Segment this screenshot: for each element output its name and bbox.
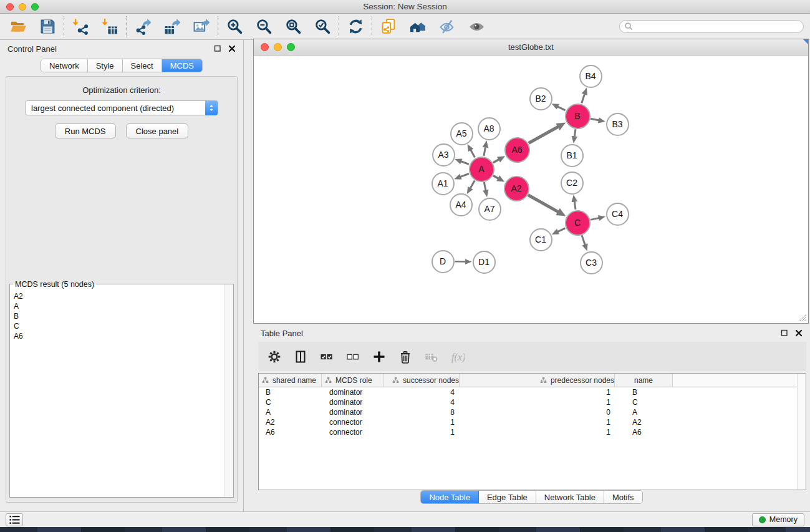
graph-node-A8[interactable]: A8 <box>478 117 501 140</box>
graph-edge-C-C4[interactable] <box>591 218 599 220</box>
mcds-result-item[interactable]: B <box>10 311 233 321</box>
table-cell[interactable]: B <box>259 387 322 397</box>
search-input[interactable] <box>634 21 803 32</box>
run-mcds-button[interactable]: Run MCDS <box>55 123 116 138</box>
tab-node-table[interactable]: Node Table <box>421 491 479 503</box>
table-cell[interactable]: A6 <box>259 427 322 437</box>
table-cell[interactable]: 1 <box>384 427 460 437</box>
graph-node-A5[interactable]: A5 <box>450 122 473 145</box>
zoom-fit-button[interactable] <box>282 16 304 37</box>
graph-node-A6[interactable]: A6 <box>504 137 530 163</box>
column-header-name[interactable]: name <box>615 374 673 387</box>
graph-node-C[interactable]: C <box>565 210 591 236</box>
table-row[interactable]: Cdominator41C <box>259 397 806 407</box>
close-icon[interactable] <box>228 45 236 52</box>
save-session-button[interactable] <box>37 16 58 37</box>
graph-edge-A-A1[interactable] <box>460 173 469 177</box>
table-row[interactable]: A2connector11A2 <box>259 417 806 427</box>
task-history-button[interactable] <box>6 513 23 526</box>
tab-style[interactable]: Style <box>88 59 123 72</box>
column-header-shared-name[interactable]: shared name <box>259 374 322 387</box>
graph-edge-C-C3[interactable] <box>582 235 585 244</box>
tab-edge-table[interactable]: Edge Table <box>479 491 536 503</box>
close-icon[interactable] <box>795 329 803 337</box>
zoom-in-button[interactable] <box>224 16 245 37</box>
table-cell[interactable]: C <box>615 397 673 407</box>
graph-edge-B-B2[interactable] <box>557 107 566 110</box>
result-scrollbar[interactable] <box>224 284 233 497</box>
graph-node-C3[interactable]: C3 <box>580 251 603 274</box>
graph-node-D[interactable]: D <box>432 250 455 273</box>
graph-node-A3[interactable]: A3 <box>432 143 455 167</box>
optimization-criterion-select[interactable]: largest connected component (directed) <box>25 100 218 115</box>
table-cell[interactable]: 1 <box>460 427 615 437</box>
graph-edge-C-C1[interactable] <box>557 228 565 232</box>
column-header-successor-nodes[interactable]: successor nodes <box>384 374 460 387</box>
table-cell[interactable]: dominator <box>322 397 384 407</box>
table-cell[interactable]: dominator <box>322 387 384 397</box>
table-cell[interactable]: 4 <box>384 387 460 397</box>
graph-edge-B-B1[interactable] <box>574 129 576 137</box>
table-row[interactable]: Bdominator41B <box>259 387 806 397</box>
export-image-button[interactable] <box>191 16 212 37</box>
table-cell[interactable]: dominator <box>322 407 384 417</box>
graph-edge-C-C2[interactable] <box>574 201 576 210</box>
table-cell[interactable]: 1 <box>384 417 460 427</box>
table-settings-button[interactable] <box>267 349 282 364</box>
table-cell[interactable]: 1 <box>460 417 615 427</box>
graph-node-B3[interactable]: B3 <box>606 113 629 136</box>
table-row[interactable]: A6connector11A6 <box>259 427 806 437</box>
graph-node-D1[interactable]: D1 <box>473 251 496 274</box>
graph-node-A7[interactable]: A7 <box>478 198 501 221</box>
select-stepper-icon[interactable] <box>205 100 218 115</box>
float-icon[interactable] <box>214 45 221 52</box>
graph-node-A[interactable]: A <box>469 157 494 182</box>
graph-node-C4[interactable]: C4 <box>606 203 629 226</box>
mcds-result-item[interactable]: A2 <box>10 291 233 301</box>
tab-network-table[interactable]: Network Table <box>536 491 604 503</box>
table-cell[interactable]: 1 <box>460 397 615 407</box>
zoom-out-button[interactable] <box>253 16 274 37</box>
table-cell[interactable]: 4 <box>384 397 460 407</box>
column-header-mcds-role[interactable]: MCDS role <box>322 374 384 387</box>
network-from-selection-button[interactable] <box>378 16 399 37</box>
graph-node-C2[interactable]: C2 <box>561 172 584 195</box>
graph-edge-A-A2[interactable] <box>493 175 499 178</box>
table-cell[interactable]: C <box>259 397 322 407</box>
float-icon[interactable] <box>781 329 788 337</box>
open-file-button[interactable] <box>7 16 29 37</box>
graph-edge-B-B3[interactable] <box>591 118 599 120</box>
graph-edge-A-A5[interactable] <box>471 150 475 157</box>
node-table[interactable]: shared nameMCDS rolesuccessor nodesprede… <box>258 373 806 490</box>
home-layout-button[interactable] <box>407 16 428 37</box>
table-cell[interactable]: 1 <box>460 387 615 397</box>
search-box[interactable] <box>619 20 804 33</box>
tab-mcds[interactable]: MCDS <box>162 59 202 72</box>
graph-node-B2[interactable]: B2 <box>529 87 552 110</box>
tab-network[interactable]: Network <box>41 59 88 72</box>
resize-grip[interactable] <box>799 314 807 322</box>
table-cell[interactable]: connector <box>322 427 384 437</box>
delete-rows-button[interactable] <box>398 349 413 364</box>
table-scrollbar[interactable] <box>797 374 806 490</box>
mcds-result-item[interactable]: A6 <box>10 331 233 341</box>
graph-edge-A-A6[interactable] <box>493 160 499 163</box>
table-cell[interactable]: 0 <box>460 407 615 417</box>
graph-edge-A-A4[interactable] <box>470 181 475 189</box>
show-columns-button[interactable] <box>293 349 308 364</box>
table-cell[interactable]: A <box>259 407 322 417</box>
graph-node-B[interactable]: B <box>565 104 591 129</box>
graph-edge-B-B4[interactable] <box>582 94 585 103</box>
table-cell[interactable]: A2 <box>259 417 322 427</box>
graph-node-C1[interactable]: C1 <box>529 228 552 251</box>
tab-select[interactable]: Select <box>123 59 162 72</box>
network-window-titlebar[interactable]: testGlobe.txt <box>254 39 808 56</box>
mcds-result-item[interactable]: C <box>10 321 233 331</box>
graph-node-B4[interactable]: B4 <box>579 65 602 88</box>
mcds-result-item[interactable]: A <box>10 301 233 311</box>
table-cell[interactable]: A6 <box>615 427 673 437</box>
zoom-selected-button[interactable] <box>312 16 333 37</box>
refresh-view-button[interactable] <box>345 16 366 37</box>
column-header-predecessor-nodes[interactable]: predecessor nodes <box>460 374 615 387</box>
graph-edge-A-A7[interactable] <box>484 182 486 191</box>
